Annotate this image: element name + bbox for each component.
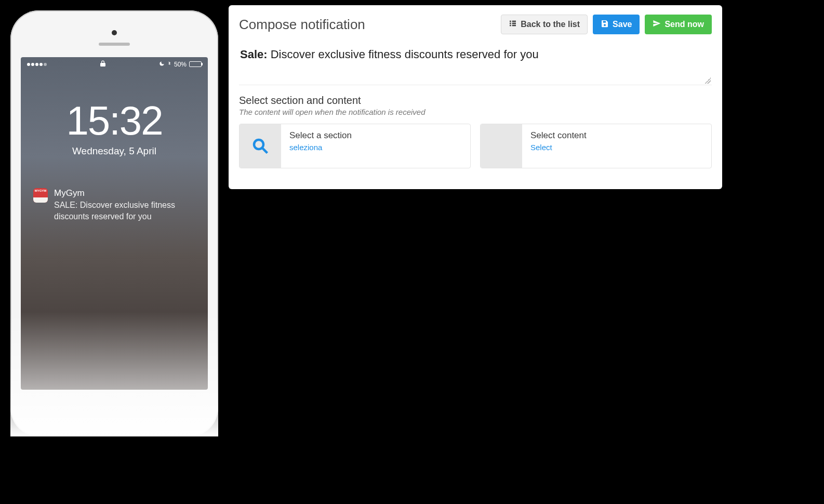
svg-rect-5: [512, 25, 516, 26]
battery-icon: [189, 61, 202, 67]
status-right: 50%: [159, 60, 202, 68]
bluetooth-icon: [167, 60, 171, 68]
resize-handle-icon[interactable]: [705, 77, 711, 84]
save-button-label: Save: [613, 20, 632, 29]
compose-bold-prefix: Sale:: [240, 48, 268, 61]
notification-message: SALE: Discover exclusive fitness discoun…: [54, 200, 195, 222]
svg-rect-3: [512, 23, 516, 24]
compose-text: Discover exclusive fitness discounts res…: [271, 48, 539, 61]
select-section-label: Select a section: [289, 130, 352, 141]
section-title: Select section and content: [239, 95, 712, 107]
clock-date: Wednesday, 5 April: [21, 145, 208, 157]
back-to-list-button[interactable]: Back to the list: [501, 15, 588, 34]
clock-time: 15:32: [21, 97, 208, 144]
content-placeholder-icon: [481, 124, 522, 168]
phone-mockup: 50% 15:32 Wednesday, 5 April MYGYM MyGym…: [10, 10, 218, 436]
notification-body: MyGym SALE: Discover exclusive fitness d…: [54, 188, 195, 222]
selectors-row: Select a section seleziona Select conten…: [239, 124, 712, 168]
status-left: [27, 63, 47, 66]
panel-actions: Back to the list Save Send now: [501, 15, 712, 34]
save-icon: [601, 19, 609, 30]
status-bar: 50%: [21, 57, 208, 71]
panel-header: Compose notification Back to the list Sa…: [239, 15, 712, 34]
notification-app-name: MyGym: [54, 188, 195, 198]
search-icon: [240, 124, 281, 168]
svg-rect-4: [510, 25, 511, 26]
select-content-link[interactable]: Select: [530, 143, 552, 152]
select-section-box[interactable]: Select a section seleziona: [239, 124, 471, 168]
svg-line-7: [263, 149, 268, 153]
lock-clock: 15:32 Wednesday, 5 April: [21, 97, 208, 157]
svg-point-6: [254, 140, 263, 149]
select-section-link[interactable]: seleziona: [289, 143, 322, 152]
send-now-button[interactable]: Send now: [645, 15, 712, 34]
lock-icon: [100, 60, 105, 68]
save-button[interactable]: Save: [593, 15, 640, 34]
notification-app-icon: MYGYM: [33, 188, 48, 203]
send-icon: [653, 19, 661, 30]
notification-card[interactable]: MYGYM MyGym SALE: Discover exclusive fit…: [28, 182, 201, 228]
phone-lock-screen: 50% 15:32 Wednesday, 5 April MYGYM MyGym…: [21, 57, 208, 390]
send-button-label: Send now: [664, 20, 704, 29]
svg-rect-1: [512, 21, 516, 22]
moon-icon: [159, 61, 165, 68]
list-icon: [509, 19, 517, 30]
signal-dots-icon: [27, 63, 47, 66]
compose-panel: Compose notification Back to the list Sa…: [229, 5, 722, 189]
section-subtitle: The content will open when the notificat…: [239, 108, 712, 116]
select-content-box[interactable]: Select content Select: [480, 124, 712, 168]
back-button-label: Back to the list: [521, 20, 580, 29]
panel-title: Compose notification: [239, 17, 365, 33]
select-content-label: Select content: [530, 130, 587, 141]
battery-percent: 50%: [174, 61, 187, 68]
svg-rect-0: [510, 21, 511, 22]
svg-rect-2: [510, 23, 511, 24]
compose-textarea[interactable]: Sale: Discover exclusive fitness discoun…: [239, 44, 712, 85]
